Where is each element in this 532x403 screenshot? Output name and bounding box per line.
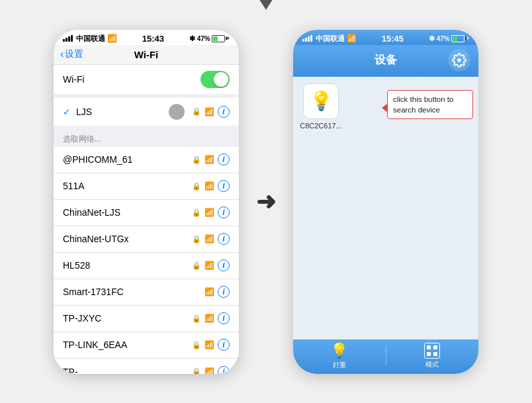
footer-tab-mode[interactable]: 模式 [386, 342, 479, 370]
lock-icon: 🔒 [192, 235, 201, 244]
phone-device-app: 中国联通 📶 15:45 ✱ 47% + 设备 [293, 30, 478, 374]
list-item[interactable]: HL528 🔒 📶 i [54, 253, 239, 279]
connected-network-section: ✓ LJS 🔒 📶 i [54, 98, 239, 126]
network-icons: 🔒 📶 i [192, 339, 230, 351]
wifi-signal-icon: 📶 [204, 208, 214, 217]
info-icon-connected[interactable]: i [218, 106, 230, 118]
wifi-signal-icon: 📶 [204, 367, 214, 374]
lock-icon-connected: 🔒 [192, 107, 201, 116]
list-item[interactable]: @PHICOMM_61 🔒 📶 i [54, 147, 239, 173]
svg-rect-1 [427, 345, 431, 349]
info-icon[interactable]: i [218, 154, 230, 165]
footer-tab-light[interactable]: 💡 灯重 [293, 342, 386, 370]
back-button[interactable]: ‹ 设置 [60, 48, 83, 60]
info-icon[interactable]: i [218, 180, 230, 192]
phone-wifi-settings: 中国联通 📶 15:43 ✱ 47% + ‹ 设置 Wi-Fi [54, 30, 239, 374]
carrier-2: 中国联通 [316, 34, 345, 44]
wifi-status-icon-2: 📶 [347, 34, 357, 43]
network-name: HL528 [63, 260, 192, 271]
app-title: 设备 [324, 52, 448, 67]
status-bar-2: 中国联通 📶 15:45 ✱ 47% + [293, 30, 478, 45]
battery-pct-1: 47% [197, 35, 210, 42]
lock-icon: 🔒 [192, 367, 201, 374]
network-name: ChinaNet-UTGx [63, 234, 192, 244]
status-bar-1: 中国联通 📶 15:43 ✱ 47% + [54, 30, 239, 45]
lock-icon: 🔒 [192, 208, 201, 217]
app-footer: 💡 灯重 模式 [293, 339, 478, 374]
signal-bars-2 [302, 35, 312, 42]
info-icon[interactable]: i [218, 259, 230, 271]
svg-rect-3 [427, 352, 431, 356]
light-tab-label: 灯重 [333, 361, 346, 370]
network-icons: 🔒 📶 i [192, 180, 230, 192]
info-icon[interactable]: i [218, 366, 230, 374]
list-item[interactable]: ChinaNet-UTGx 🔒 📶 i [54, 226, 239, 253]
wifi-signal-icon: 📶 [204, 234, 214, 244]
back-label[interactable]: 设置 [65, 48, 83, 60]
clock-1: 15:43 [142, 34, 164, 44]
clock-2: 15:45 [382, 34, 404, 44]
battery-1: 47% + [197, 35, 230, 42]
info-icon[interactable]: i [218, 206, 230, 218]
info-icon[interactable]: i [218, 312, 230, 324]
list-item[interactable]: 511A 🔒 📶 i [54, 173, 239, 200]
mode-tab-icon [424, 343, 440, 359]
wifi-toggle-row: Wi-Fi [54, 65, 239, 94]
network-icons: 🔒 📶 i [192, 206, 230, 218]
network-name: 511A [63, 181, 192, 191]
search-device-button[interactable] [448, 49, 470, 71]
device-item[interactable]: 💡 C8C2C617... [300, 83, 342, 130]
wifi-signal-icon: 📶 [204, 287, 214, 296]
network-icons: 🔒 📶 i [192, 233, 230, 245]
lock-icon: 🔒 [192, 341, 201, 349]
list-item[interactable]: TP-JXYC 🔒 📶 i [54, 306, 239, 332]
network-name: TP-LINK_6EAA [63, 339, 192, 350]
bluetooth-icon-2: ✱ [429, 34, 435, 43]
connected-network-row: ✓ LJS 🔒 📶 i [54, 98, 239, 126]
battery-body-2 [451, 35, 465, 42]
info-icon[interactable]: i [218, 339, 230, 351]
device-name: C8C2C617... [300, 122, 342, 130]
list-item[interactable]: ChinaNet-LJS 🔒 📶 i [54, 200, 239, 226]
connected-ssid: LJS [76, 107, 169, 117]
status-left-2: 中国联通 📶 [302, 34, 357, 44]
wifi-nav-bar: ‹ 设置 Wi-Fi [54, 45, 239, 65]
wifi-signal-icon: 📶 [204, 261, 214, 270]
wifi-screen-title: Wi-Fi [134, 49, 159, 60]
battery-2: 47% + [437, 35, 469, 42]
lock-icon: 🔒 [192, 156, 201, 164]
wifi-signal-icon: 📶 [204, 155, 214, 164]
network-list: @PHICOMM_61 🔒 📶 i 511A 🔒 📶 i [54, 147, 239, 374]
info-icon[interactable]: i [218, 233, 230, 245]
list-item[interactable]: TP-... 🔒 📶 i [54, 359, 239, 374]
chevron-left-icon: ‹ [60, 48, 64, 60]
battery-fill-2 [453, 36, 458, 41]
wifi-signal-icon: 📶 [204, 181, 214, 191]
app-header: 设备 [293, 45, 478, 77]
network-icons: 📶 i [204, 286, 230, 298]
battery-pct-2: 47% [437, 35, 450, 42]
list-item[interactable]: Smart-1731FC 📶 i [54, 279, 239, 306]
light-tab-icon: 💡 [330, 342, 348, 359]
arrow-right-indicator: ➜ [256, 188, 276, 216]
scene: 中国联通 📶 15:43 ✱ 47% + ‹ 设置 Wi-Fi [54, 30, 478, 374]
svg-point-0 [457, 58, 461, 62]
lock-icon: 🔒 [192, 314, 201, 323]
app-body: 💡 C8C2C617... click this button to searc… [293, 77, 478, 339]
network-icons: 🔒 📶 i [192, 312, 230, 324]
info-icon[interactable]: i [218, 286, 230, 298]
bulb-icon: 💡 [310, 90, 333, 112]
svg-rect-4 [433, 352, 437, 356]
network-name: TP-JXYC [63, 313, 192, 324]
callout-text: click this button to search device [393, 95, 453, 114]
wifi-toggle[interactable] [200, 71, 230, 88]
list-item[interactable]: TP-LINK_6EAA 🔒 📶 i [54, 332, 239, 359]
wifi-signal-icon: 📶 [204, 340, 214, 349]
network-name: Smart-1731FC [63, 287, 204, 297]
battery-fill-1 [213, 36, 218, 41]
battery-body-1 [212, 35, 225, 42]
gear-icon [452, 53, 466, 67]
connected-icons: 🔒 📶 i [169, 104, 230, 120]
network-icons: 🔒 📶 i [192, 366, 230, 374]
wifi-toggle-label: Wi-Fi [63, 74, 200, 85]
